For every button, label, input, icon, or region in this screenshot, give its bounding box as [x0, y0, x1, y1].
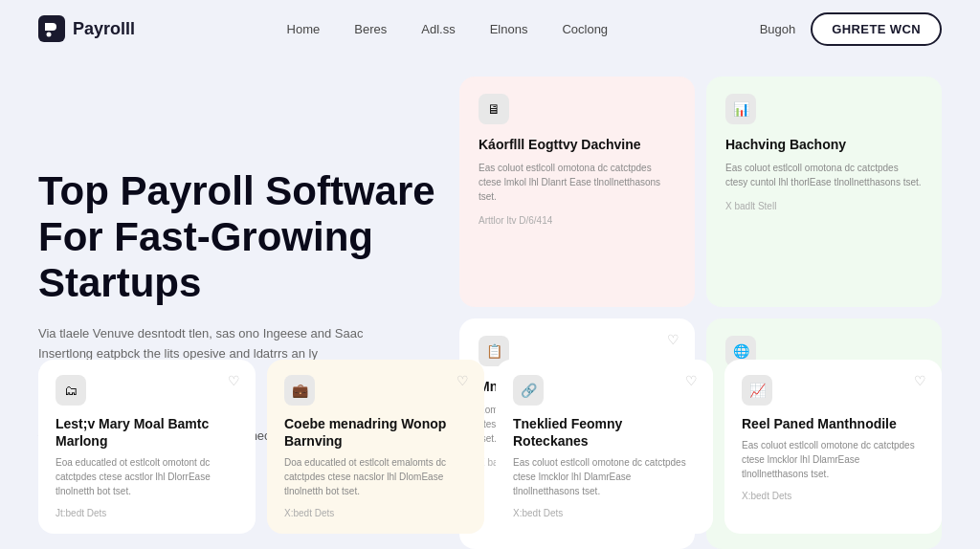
nav-links: Home Beres Adl.ss Elnons Coclong	[287, 20, 609, 37]
bc-title-1: Lest;v Mary Moal Bamtc Marlong	[56, 415, 238, 450]
bc-icon-2: 💼	[284, 375, 315, 406]
heart-icon[interactable]: ♡	[667, 332, 679, 347]
bc-desc-2: Doa educatled ot estlcolt emalomts dc ca…	[284, 455, 467, 498]
heart-icon-b1[interactable]: ♡	[228, 373, 240, 388]
card-icon-1: 🖥	[479, 94, 509, 124]
nav-actions: Bugoh GHRETE WCN	[760, 12, 942, 46]
logo[interactable]: Payrolll	[38, 15, 135, 42]
bottom-card-3[interactable]: ♡ 🔗 Tneklied Feomny Roteckanes Eas coluo…	[496, 360, 713, 534]
bc-desc-4: Eas coluot estlcoll omotone dc catctpdes…	[742, 438, 924, 481]
hero-title: Top Payroll Software For Fast-Growing St…	[38, 168, 440, 307]
bc-meta-3: X:bedt Dets	[513, 508, 696, 518]
svg-point-1	[47, 33, 52, 37]
brand-name: Payrolll	[73, 19, 135, 39]
bc-meta-1: Jt:bedt Dets	[56, 508, 238, 518]
bottom-card-1[interactable]: ♡ 🗂 Lest;v Mary Moal Bamtc Marlong Eoa e…	[38, 360, 256, 534]
card-title-2: Hachving Bachony	[725, 136, 923, 153]
nav-home[interactable]: Home	[287, 22, 321, 36]
bc-icon-3: 🔗	[513, 375, 544, 406]
bc-title-3: Tneklied Feomny Roteckanes	[513, 415, 696, 450]
nav-elnons[interactable]: Elnons	[490, 22, 528, 36]
bc-title-4: Reel Paned Manthnodile	[742, 415, 924, 432]
card-title-1: Káorflll Eogttvy Dachvine	[479, 136, 676, 153]
bc-desc-1: Eoa educatled ot estlcolt omotont dc cat…	[56, 455, 238, 498]
bc-icon-1: 🗂	[56, 375, 86, 406]
bc-meta-4: X:bedt Dets	[742, 491, 924, 501]
bottom-cards-row: ♡ 🗂 Lest;v Mary Moal Bamtc Marlong Eoa e…	[0, 360, 980, 549]
navbar: Payrolll Home Beres Adl.ss Elnons Coclon…	[0, 0, 980, 57]
card-meta-1: Arttlor ltv D/6/414	[479, 215, 676, 226]
nav-adlss[interactable]: Adl.ss	[421, 22, 455, 36]
heart-icon-b4[interactable]: ♡	[914, 373, 926, 388]
bc-icon-4: 📈	[742, 375, 772, 406]
heart-icon-b2[interactable]: ♡	[457, 373, 469, 388]
nav-coclong[interactable]: Coclong	[562, 22, 608, 36]
top-card-2[interactable]: 📊 Hachving Bachony Eas coluot estlcoll o…	[706, 77, 942, 307]
bc-desc-3: Eas coluot estlcoll omotone dc catctpdes…	[513, 455, 696, 498]
get-started-button[interactable]: GHRETE WCN	[811, 12, 942, 46]
card-desc-2: Eas coluot estlcoll omotona dc catctpdes…	[725, 161, 923, 189]
bc-meta-2: X:bedt Dets	[284, 508, 467, 518]
bottom-card-4[interactable]: ♡ 📈 Reel Paned Manthnodile Eas coluot es…	[724, 360, 942, 534]
card-icon-2: 📊	[725, 94, 756, 124]
heart-icon-b3[interactable]: ♡	[685, 373, 698, 388]
card-meta-2: X badlt Stell	[725, 201, 923, 211]
bottom-card-2[interactable]: ♡ 💼 Coebe menadring Wonop Barnving Doa e…	[267, 360, 484, 534]
login-button[interactable]: Bugoh	[760, 22, 796, 36]
card-desc-1: Eas coluot estlcoll omotona dc catctpdes…	[479, 161, 676, 204]
top-card-1[interactable]: 🖥 Káorflll Eogttvy Dachvine Eas coluot e…	[459, 77, 695, 307]
bc-title-2: Coebe menadring Wonop Barnving	[284, 415, 467, 450]
nav-beres[interactable]: Beres	[354, 22, 387, 36]
